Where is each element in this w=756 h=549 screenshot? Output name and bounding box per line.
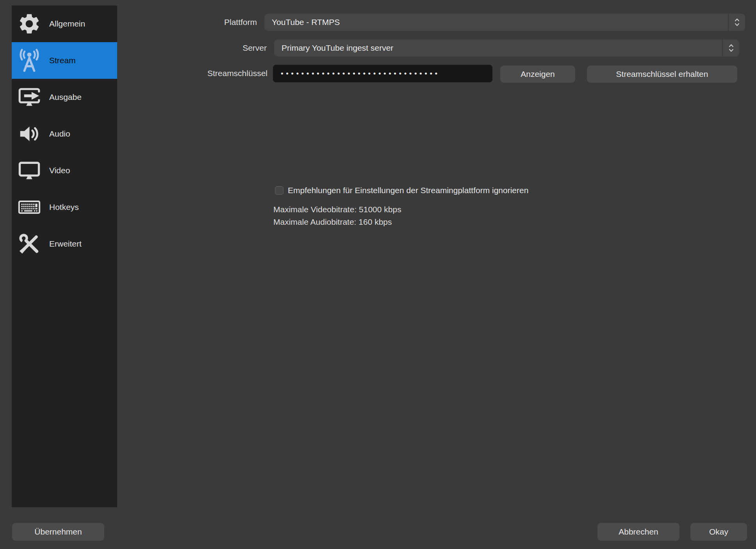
chevron-up-down-icon[interactable]: [729, 14, 745, 31]
obs-settings-dialog: { "colors": { "accent": "#1a7ed6", "wind…: [0, 0, 756, 549]
chevron-up-down-icon[interactable]: [723, 39, 739, 57]
get-stream-key-button[interactable]: Streamschlüssel erhalten: [587, 66, 737, 83]
sidebar-item-audio[interactable]: Audio: [12, 115, 117, 152]
sidebar-item-video[interactable]: Video: [12, 152, 117, 189]
platform-dropdown[interactable]: YouTube - RTMPS: [264, 14, 745, 31]
sidebar-item-ausgabe[interactable]: Ausgabe: [12, 79, 117, 115]
sidebar-item-label: Erweitert: [49, 239, 82, 249]
server-dropdown[interactable]: Primary YouTube ingest server: [274, 39, 739, 57]
sidebar-item-stream[interactable]: Stream: [12, 42, 117, 79]
sidebar-item-label: Stream: [49, 56, 76, 65]
sidebar-item-hotkeys[interactable]: Hotkeys: [12, 189, 117, 226]
server-value: Primary YouTube ingest server: [274, 39, 722, 57]
platform-label: Plattform: [224, 14, 257, 31]
output-monitor-arrow-icon: [14, 85, 45, 110]
server-label: Server: [242, 39, 267, 57]
stream-key-label: Streamschlüssel: [207, 65, 267, 82]
ok-button[interactable]: Okay: [690, 523, 747, 541]
tools-icon: [14, 231, 45, 256]
stream-key-input[interactable]: [273, 65, 492, 82]
apply-button[interactable]: Übernehmen: [12, 523, 104, 541]
speaker-icon: [14, 122, 45, 146]
gear-icon: [14, 12, 45, 36]
sidebar-item-label: Allgemein: [49, 19, 85, 28]
broadcast-antenna-icon: [14, 48, 45, 73]
ignore-recommendations-label[interactable]: Empfehlungen für Einstellungen der Strea…: [288, 186, 528, 195]
sidebar-item-erweitert[interactable]: Erweitert: [12, 226, 117, 262]
ignore-recommendations-checkbox[interactable]: [275, 186, 284, 195]
max-audio-bitrate-text: Maximale Audiobitrate: 160 kbps: [273, 217, 392, 227]
sidebar-item-label: Ausgabe: [49, 92, 82, 102]
settings-sidebar: Allgemein Stream: [12, 5, 117, 507]
sidebar-item-allgemein[interactable]: Allgemein: [12, 5, 117, 42]
sidebar-item-label: Audio: [49, 129, 70, 139]
max-video-bitrate-text: Maximale Videobitrate: 51000 kbps: [273, 204, 401, 215]
monitor-icon: [14, 158, 45, 183]
sidebar-item-label: Video: [49, 166, 70, 175]
cancel-button[interactable]: Abbrechen: [597, 523, 679, 541]
show-stream-key-button[interactable]: Anzeigen: [500, 66, 575, 83]
sidebar-item-label: Hotkeys: [49, 203, 79, 212]
platform-value: YouTube - RTMPS: [264, 14, 728, 31]
keyboard-icon: [14, 195, 45, 220]
